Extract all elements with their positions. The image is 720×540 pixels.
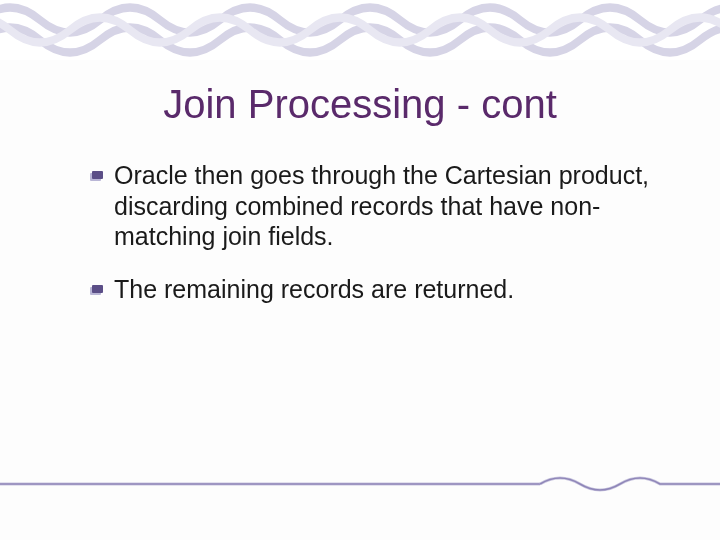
bottom-decorative-line — [0, 474, 720, 492]
swirl-pattern-icon — [0, 0, 720, 60]
underline-swirl-icon — [0, 474, 720, 492]
list-item: Oracle then goes through the Cartesian p… — [90, 160, 650, 252]
bullet-icon — [90, 283, 104, 301]
svg-rect-2 — [92, 171, 103, 179]
list-item: The remaining records are returned. — [90, 274, 650, 305]
slide-title: Join Processing - cont — [0, 82, 720, 127]
bullet-text: The remaining records are returned. — [114, 274, 514, 305]
bullet-text: Oracle then goes through the Cartesian p… — [114, 160, 650, 252]
bullet-icon — [90, 169, 104, 187]
slide-body: Oracle then goes through the Cartesian p… — [90, 160, 650, 326]
slide: Join Processing - cont Oracle then goes … — [0, 0, 720, 540]
svg-rect-4 — [92, 285, 103, 293]
top-decorative-band — [0, 0, 720, 60]
